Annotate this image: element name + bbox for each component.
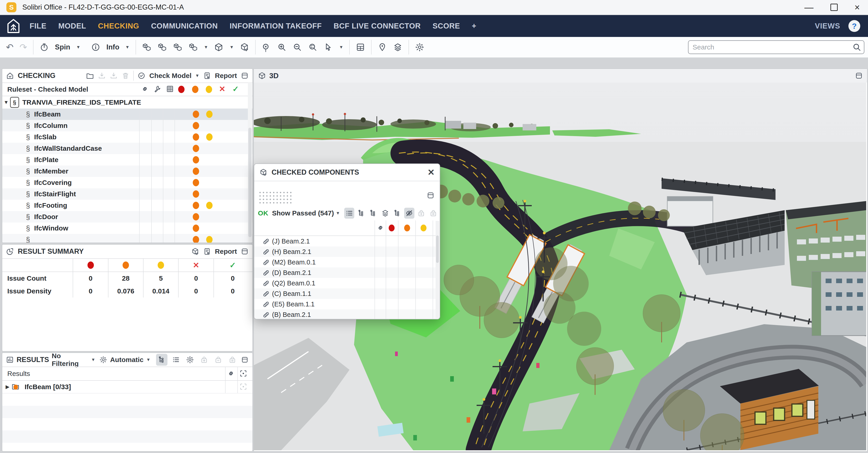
results-filter-dropdown-icon[interactable]: ▼	[91, 357, 95, 362]
checked-panel-menu-icon[interactable]	[427, 191, 435, 199]
rule-row[interactable]: § IfcPlate	[2, 154, 252, 166]
column-yellow-dot-icon[interactable]	[206, 86, 212, 93]
checked-components-panel[interactable]: CHECKED COMPONENTS ✕ OK Show Passed (547…	[254, 164, 440, 319]
checked-components-titlebar[interactable]: CHECKED COMPONENTS ✕	[254, 164, 440, 181]
search-icon[interactable]	[852, 43, 862, 52]
import-all-icon[interactable]	[110, 72, 118, 80]
zoom-out-icon[interactable]	[292, 43, 302, 52]
summary-report-icon[interactable]	[203, 247, 211, 256]
menu-item[interactable]: SCORE	[433, 22, 460, 30]
rule-row[interactable]: § IfcDoor	[2, 211, 252, 223]
component-row[interactable]: (C) Beam.1.1	[254, 288, 439, 299]
location-pin-icon[interactable]	[377, 43, 387, 52]
component-row[interactable]: (D) Beam.2.1	[254, 267, 439, 278]
remove-ruleset-icon[interactable]	[121, 72, 130, 80]
isolate-component-icon[interactable]	[188, 43, 198, 52]
results-add-slide-button[interactable]	[198, 354, 210, 366]
result-expand-icon[interactable]: ▶	[4, 384, 11, 390]
hide-component-icon[interactable]	[157, 43, 167, 52]
checking-panel-menu-icon[interactable]	[241, 72, 249, 80]
results-mode-label[interactable]: Automatic	[110, 356, 144, 364]
column-wrench-icon[interactable]	[153, 85, 161, 93]
3d-panel-menu-icon[interactable]	[855, 72, 863, 80]
menu-item[interactable]: INFORMATION TAKEOFF	[230, 22, 322, 30]
redo-icon[interactable]: ↷	[20, 43, 27, 52]
results-link-icon[interactable]	[227, 369, 235, 377]
rule-row[interactable]: §	[2, 234, 252, 243]
components-scrollbar[interactable]	[436, 221, 439, 318]
rule-row[interactable]: § IfcFooting	[2, 200, 252, 211]
summary-report-label[interactable]: Report	[215, 248, 237, 255]
show-passed-dropdown-icon[interactable]: ▼	[336, 211, 340, 216]
component-row[interactable]: (Q2) Beam.0.1	[254, 278, 439, 288]
pick-dropdown-icon[interactable]: ▼	[339, 45, 343, 50]
components-tree-view-button[interactable]	[356, 208, 366, 219]
component-row[interactable]: (J) Beam.2.1	[254, 236, 439, 247]
components-link-icon[interactable]	[376, 224, 384, 232]
results-remove-slide-button[interactable]	[213, 354, 224, 366]
results-list-view-button[interactable]	[170, 354, 182, 366]
check-model-dropdown-icon[interactable]: ▼	[195, 73, 199, 78]
drawing-grid-icon[interactable]	[355, 43, 365, 52]
info-icon[interactable]	[91, 43, 100, 52]
menu-item[interactable]: CHECKING	[98, 22, 139, 30]
spin-dropdown-icon[interactable]: ▼	[76, 45, 81, 50]
menu-item[interactable]: FILE	[30, 22, 46, 30]
checking-report-label[interactable]: Report	[215, 72, 237, 80]
results-tree-view-button[interactable]	[156, 354, 167, 366]
show-all-icon[interactable]	[142, 43, 152, 52]
rule-row[interactable]: § IfcStairFlight	[2, 188, 252, 200]
spin-icon[interactable]	[39, 43, 49, 52]
column-red-dot-icon[interactable]	[178, 86, 185, 93]
zoom-fit-icon[interactable]	[308, 43, 318, 52]
minimize-button[interactable]: —	[804, 3, 813, 12]
menu-item[interactable]: +	[472, 22, 476, 30]
section-dropdown-icon[interactable]: ▼	[229, 45, 234, 50]
section-box-icon[interactable]	[214, 43, 223, 52]
close-checked-components-icon[interactable]: ✕	[427, 167, 435, 177]
results-mode-icon[interactable]	[99, 356, 107, 364]
pick-tool-icon[interactable]	[323, 43, 333, 52]
undo-icon[interactable]: ↶	[6, 43, 14, 52]
close-button[interactable]: ×	[855, 3, 860, 12]
open-ruleset-folder-icon[interactable]	[86, 72, 94, 80]
rule-row[interactable]: § IfcWallStandardCase	[2, 143, 252, 154]
checking-report-icon[interactable]	[203, 72, 211, 80]
walk-mode-icon[interactable]	[240, 43, 249, 52]
component-row[interactable]: (H) Beam.2.1	[254, 247, 439, 257]
column-orange-dot-icon[interactable]	[192, 86, 198, 93]
info-dropdown-icon[interactable]: ▼	[125, 45, 130, 50]
results-panel-menu-icon[interactable]	[241, 356, 249, 364]
spin-label[interactable]: Spin	[55, 43, 70, 51]
rule-row[interactable]: § IfcCovering	[2, 177, 252, 188]
rule-row[interactable]: § IfcSlab	[2, 131, 252, 143]
column-accepted-icon[interactable]: ✓	[232, 85, 239, 93]
zoom-select-icon[interactable]	[261, 43, 271, 52]
rule-row[interactable]: § IfcBeam	[2, 109, 252, 120]
components-list-view-button[interactable]	[344, 208, 354, 219]
rule-row[interactable]: § IfcMember	[2, 166, 252, 177]
component-row[interactable]: (B) Beam.2.1	[254, 309, 439, 319]
summary-model-icon[interactable]	[191, 247, 199, 256]
import-ruleset-icon[interactable]	[98, 72, 106, 80]
results-mode-dropdown-icon[interactable]: ▼	[146, 357, 151, 362]
menu-item[interactable]: MODEL	[58, 22, 86, 30]
drag-handle-dots[interactable]	[258, 191, 292, 205]
components-add-slide-button[interactable]	[416, 208, 427, 219]
components-grouped-view-button[interactable]	[380, 208, 391, 219]
column-rejected-icon[interactable]: ✕	[219, 85, 225, 93]
help-icon[interactable]: ?	[848, 20, 860, 32]
component-row[interactable]: (M2) Beam.0.1	[254, 257, 439, 267]
rule-row[interactable]: § IfcColumn	[2, 120, 252, 131]
restore-button[interactable]	[830, 4, 838, 11]
summary-panel-menu-icon[interactable]	[241, 247, 249, 256]
transparent-component-icon[interactable]	[173, 43, 183, 52]
result-focus-icon[interactable]	[239, 383, 247, 391]
check-model-icon[interactable]	[137, 72, 146, 80]
views-menu[interactable]: VIEWS	[815, 22, 840, 30]
results-focus-icon[interactable]	[239, 369, 247, 377]
hide-components-button[interactable]	[404, 208, 414, 219]
ruleset-collapse-icon[interactable]: ▼	[2, 100, 10, 105]
show-passed-filter[interactable]: Show Passed (547)	[272, 209, 334, 217]
results-slide-doc-button[interactable]	[227, 354, 238, 366]
